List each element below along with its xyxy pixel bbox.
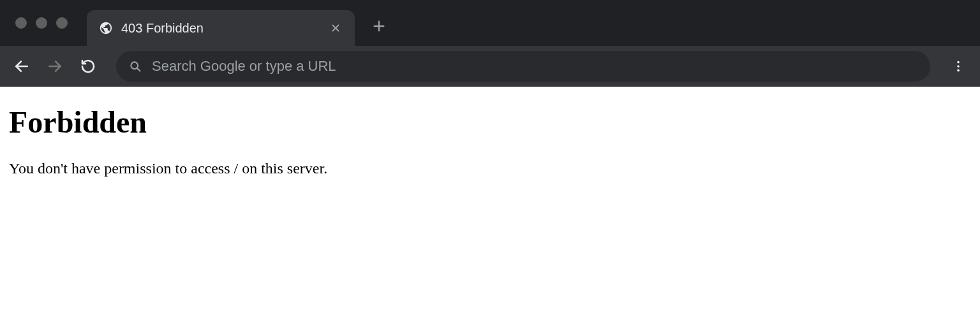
close-tab-button[interactable] — [328, 20, 343, 36]
page-content: Forbidden You don't have permission to a… — [0, 87, 980, 186]
svg-point-9 — [957, 65, 960, 68]
window-minimize-dot[interactable] — [36, 17, 47, 29]
browser-menu-button[interactable] — [944, 52, 972, 80]
address-bar[interactable] — [116, 51, 930, 82]
new-tab-button[interactable] — [366, 13, 392, 39]
browser-tab[interactable]: 403 Forbidden — [87, 10, 355, 46]
window-controls — [0, 17, 87, 29]
reload-button[interactable] — [74, 52, 102, 80]
svg-point-10 — [957, 69, 960, 72]
browser-chrome: 403 Forbidden — [0, 0, 980, 87]
forward-button[interactable] — [41, 52, 69, 80]
tab-strip: 403 Forbidden — [0, 0, 980, 46]
svg-line-7 — [137, 68, 140, 71]
back-button[interactable] — [8, 52, 36, 80]
globe-icon — [98, 20, 114, 36]
toolbar — [0, 46, 980, 87]
error-message: You don't have permission to access / on… — [9, 160, 971, 177]
window-maximize-dot[interactable] — [56, 17, 68, 29]
window-close-dot[interactable] — [15, 17, 27, 29]
address-input[interactable] — [152, 58, 917, 75]
error-heading: Forbidden — [9, 105, 971, 140]
search-icon — [129, 60, 142, 73]
svg-point-8 — [957, 61, 960, 64]
tab-title: 403 Forbidden — [121, 21, 328, 36]
